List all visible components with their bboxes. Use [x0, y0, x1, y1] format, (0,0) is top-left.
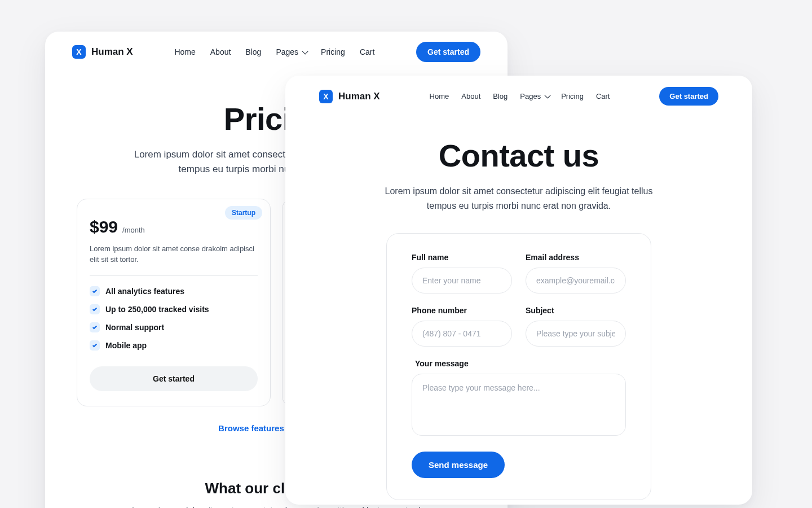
- feature-text: Normal support: [105, 323, 164, 332]
- contact-form: Full name Email address Phone number Sub…: [386, 233, 651, 500]
- nav-home[interactable]: Home: [430, 92, 449, 100]
- feature-item: Normal support: [90, 322, 258, 332]
- nav-bar: X Human X Home About Blog Pages Pricing …: [45, 32, 508, 62]
- contact-subtitle: Lorem ipsum dolor sit amet consectetur a…: [372, 184, 665, 213]
- input-name[interactable]: [412, 268, 512, 294]
- nav-cart[interactable]: Cart: [596, 92, 610, 100]
- logo-icon: X: [319, 90, 333, 103]
- field-message: Your message: [412, 359, 626, 436]
- feature-item: All analytics features: [90, 286, 258, 296]
- plan-desc: Lorem ipsum dolor sit amet conse drakolm…: [90, 243, 258, 265]
- check-icon: [90, 322, 100, 332]
- field-phone: Phone number: [412, 306, 512, 347]
- contact-title: Contact us: [330, 137, 707, 174]
- brand[interactable]: X Human X: [72, 45, 133, 59]
- contact-page-panel: X Human X Home About Blog Pages Pricing …: [285, 76, 752, 505]
- brand-name: Human X: [338, 91, 380, 102]
- label-name: Full name: [412, 253, 512, 262]
- brand[interactable]: X Human X: [319, 90, 380, 103]
- nav-cta-button[interactable]: Get started: [659, 87, 718, 106]
- plan-badge: Startup: [225, 206, 262, 220]
- logo-icon: X: [72, 45, 86, 59]
- label-email: Email address: [526, 253, 626, 262]
- plan-cta-button[interactable]: Get started: [90, 366, 258, 391]
- input-phone[interactable]: [412, 321, 512, 347]
- send-message-button[interactable]: Send message: [412, 452, 505, 478]
- label-subject: Subject: [526, 306, 626, 315]
- check-icon: [90, 304, 100, 314]
- nav-cart[interactable]: Cart: [360, 47, 374, 56]
- plan-price: $99: [90, 217, 118, 237]
- nav-about[interactable]: About: [210, 47, 231, 56]
- check-icon: [90, 340, 100, 351]
- label-phone: Phone number: [412, 306, 512, 315]
- nav-about[interactable]: About: [461, 92, 480, 100]
- field-subject: Subject: [526, 306, 626, 347]
- brand-name: Human X: [91, 46, 133, 58]
- label-message: Your message: [412, 359, 626, 368]
- input-message[interactable]: [412, 374, 626, 436]
- plan-period: /month: [122, 226, 145, 237]
- nav-pricing[interactable]: Pricing: [321, 47, 345, 56]
- nav-home[interactable]: Home: [174, 47, 195, 56]
- field-name: Full name: [412, 253, 512, 294]
- nav-pricing[interactable]: Pricing: [561, 92, 584, 100]
- nav-pages[interactable]: Pages: [276, 47, 306, 56]
- plan-card-startup: Startup $99 /month Lorem ipsum dolor sit…: [77, 199, 271, 406]
- nav-blog[interactable]: Blog: [245, 47, 261, 56]
- feature-text: All analytics features: [105, 287, 184, 296]
- nav-pages[interactable]: Pages: [520, 92, 549, 100]
- contact-hero: Contact us Lorem ipsum dolor sit amet co…: [285, 106, 752, 213]
- nav-cta-button[interactable]: Get started: [416, 42, 480, 62]
- nav-links: Home About Blog Pages Pricing Cart: [430, 92, 610, 100]
- feature-text: Up to 250,000 tracked visits: [105, 305, 209, 314]
- feature-text: Mobile app: [105, 341, 147, 350]
- input-email[interactable]: [526, 268, 626, 294]
- feature-item: Up to 250,000 tracked visits: [90, 304, 258, 314]
- feature-item: Mobile app: [90, 340, 258, 351]
- nav-bar: X Human X Home About Blog Pages Pricing …: [285, 76, 752, 106]
- nav-links: Home About Blog Pages Pricing Cart: [174, 47, 374, 56]
- nav-blog[interactable]: Blog: [493, 92, 508, 100]
- testimonials-subtitle: Lorem ipsum dolor sit amet consectetur d…: [130, 505, 423, 508]
- price-row: $99 /month: [90, 217, 258, 237]
- check-icon: [90, 286, 100, 296]
- divider: [90, 275, 258, 276]
- plan-features: All analytics features Up to 250,000 tra…: [90, 286, 258, 351]
- field-email: Email address: [526, 253, 626, 294]
- input-subject[interactable]: [526, 321, 626, 347]
